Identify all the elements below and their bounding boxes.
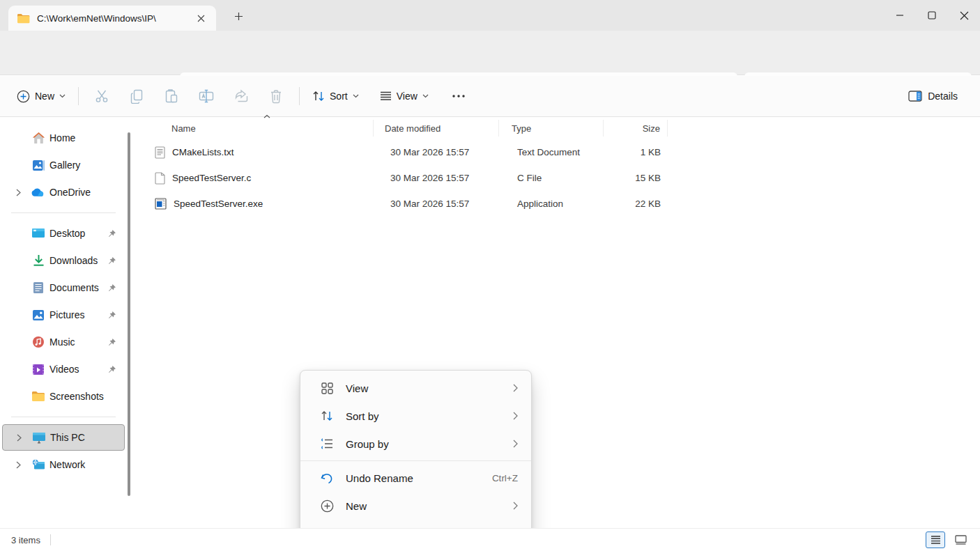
file-date: 30 Mar 2026 15:57 [374,199,499,209]
pin-icon [107,256,116,265]
menu-separator [300,460,531,461]
sidebar-item-network[interactable]: Network [2,451,125,478]
sidebar-scrollbar[interactable] [128,132,130,496]
chevron-right-icon [513,440,518,448]
maximize-button[interactable] [916,0,948,31]
delete-button[interactable] [261,83,291,109]
pin-icon [107,338,116,347]
new-button-label: New [35,91,54,102]
sidebar-item-label: Pictures [49,309,85,320]
gallery-icon [31,158,45,172]
paste-button[interactable] [157,83,186,109]
sort-button-label: Sort [330,91,348,102]
tab-title: C:\Work\emNet\Windows\IP\ [37,13,192,24]
sidebar-item-label: Screenshots [49,391,104,402]
view-icon [380,91,392,101]
sort-icon [312,90,325,102]
music-icon [31,335,45,349]
column-header-name[interactable]: Name [132,120,374,137]
chevron-right-icon [513,502,518,510]
main-area: Home Gallery OneDrive [0,117,980,528]
menu-item-label: Group by [346,438,513,450]
sidebar-item-pictures[interactable]: Pictures [2,302,125,328]
sidebar-item-home[interactable]: Home [2,125,125,151]
file-row[interactable]: SpeedTestServer.c 30 Mar 2026 15:57 C Fi… [132,165,980,191]
chevron-right-icon[interactable] [13,434,25,442]
new-tab-button[interactable] [229,8,248,24]
sidebar-item-onedrive[interactable]: OneDrive [2,179,125,205]
context-menu: View Sort by Group by [300,370,532,551]
file-name: SpeedTestServer.exe [174,199,263,209]
sidebar-item-music[interactable]: Music [2,329,125,355]
copy-button[interactable] [122,83,151,109]
sidebar-item-videos[interactable]: Videos [2,356,125,382]
details-view-toggle[interactable] [926,531,945,548]
share-button[interactable] [227,83,256,109]
pin-icon [107,229,116,238]
minimize-button[interactable] [884,0,916,31]
text-document-icon [155,146,165,159]
explorer-tab[interactable]: C:\Work\emNet\Windows\IP\ [8,6,216,31]
view-button[interactable]: View [373,86,436,107]
details-pane-icon [908,91,922,102]
menu-item-undo-rename[interactable]: Undo Rename Ctrl+Z [304,464,528,492]
menu-item-shortcut: Ctrl+Z [492,473,518,483]
menu-item-label: Undo Rename [346,472,492,484]
sidebar-separator [11,417,116,417]
sidebar-item-screenshots[interactable]: Screenshots [2,383,125,410]
pin-icon [107,284,116,293]
tab-close-icon[interactable] [192,10,209,26]
column-header-size[interactable]: Size [604,120,668,137]
file-list: Name Date modified Type Size CMakeLists.… [132,117,980,217]
file-size: 15 KB [604,173,668,183]
menu-item-sort-by[interactable]: Sort by [304,402,528,430]
file-name: CMakeLists.txt [172,147,234,157]
sidebar-separator [11,212,116,213]
file-size: 1 KB [604,147,668,157]
cut-button[interactable] [87,83,116,109]
column-header-date-modified[interactable]: Date modified [374,120,499,137]
chevron-right-icon[interactable] [12,461,24,469]
chevron-right-icon [513,384,518,392]
file-type: Application [499,199,604,209]
status-divider [50,534,51,545]
pin-icon [107,365,116,374]
grid-view-icon [319,382,335,394]
desktop-icon [31,226,45,240]
videos-icon [31,362,45,376]
folder-icon [17,13,30,24]
sidebar-item-this-pc[interactable]: This PC [2,424,125,451]
tab-bar: C:\Work\emNet\Windows\IP\ [0,0,980,31]
more-options-button[interactable] [444,83,473,109]
sidebar-item-documents[interactable]: Documents [2,274,125,301]
sort-button[interactable]: Sort [305,85,366,107]
menu-item-group-by[interactable]: Group by [304,430,528,458]
large-icons-view-toggle[interactable] [951,531,970,548]
file-date: 30 Mar 2026 15:57 [374,147,499,157]
menu-item-view[interactable]: View [304,374,528,402]
pictures-icon [31,308,45,322]
menu-item-new[interactable]: New [304,492,528,520]
downloads-icon [31,254,45,267]
sidebar-item-label: Desktop [49,228,85,239]
sidebar-item-desktop[interactable]: Desktop [2,220,125,247]
sidebar: Home Gallery OneDrive [0,117,127,528]
column-header-type[interactable]: Type [499,120,604,137]
rename-button[interactable] [192,83,221,109]
sidebar-item-downloads[interactable]: Downloads [2,247,125,274]
sidebar-item-label: Gallery [49,160,80,171]
close-button[interactable] [948,0,980,31]
details-pane-button[interactable]: Details [901,86,965,107]
new-button[interactable]: New [10,85,72,108]
details-pane-label: Details [928,91,958,102]
column-headers: Name Date modified Type Size [132,117,980,139]
toolbar-divider [299,87,300,105]
file-row[interactable]: CMakeLists.txt 30 Mar 2026 15:57 Text Do… [132,139,980,165]
sidebar-item-gallery[interactable]: Gallery [2,152,125,178]
chevron-right-icon[interactable] [12,189,24,196]
file-row[interactable]: SpeedTestServer.exe 30 Mar 2026 15:57 Ap… [132,191,980,217]
chevron-down-icon [59,94,66,98]
view-toggles [926,531,970,548]
sidebar-item-label: OneDrive [49,187,91,198]
application-icon [155,198,167,210]
